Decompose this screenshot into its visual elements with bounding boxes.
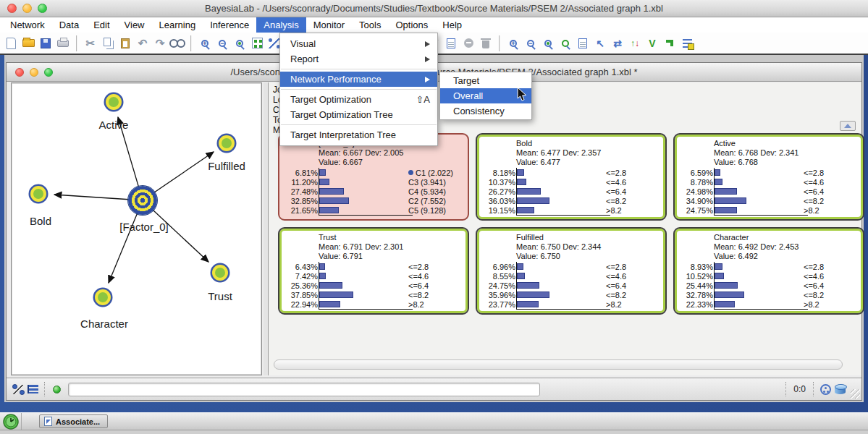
state-row[interactable]: 32.78%<=8.2 [679, 290, 857, 299]
state-row[interactable]: 8.18%<=2.8 [481, 168, 660, 177]
probability-bar[interactable] [319, 188, 344, 195]
probability-bar[interactable] [319, 301, 340, 307]
minimize-window-button[interactable] [22, 4, 32, 13]
probability-bar[interactable] [517, 301, 539, 307]
state-row[interactable]: 23.77%>8.2 [481, 299, 660, 309]
menu-inference[interactable]: Inference [203, 17, 256, 33]
menu-item-visual[interactable]: Visual [280, 36, 437, 51]
taskbar-window-button[interactable]: Associate... [39, 414, 108, 428]
monitor-panel-fulfilled[interactable]: FulfilledMean: 6.750 Dev: 2.344Value: 6.… [476, 227, 667, 315]
menu-view[interactable]: View [117, 17, 152, 33]
validate-icon[interactable]: V [644, 35, 660, 51]
copy-icon[interactable] [100, 35, 116, 51]
menu-item-report[interactable]: Report [280, 51, 437, 67]
menu-help[interactable]: Help [435, 17, 469, 33]
zoom-reset-icon[interactable] [540, 35, 556, 51]
monitor-horizontal-scrollbar[interactable] [274, 359, 843, 370]
submenu-item-target[interactable]: Target [440, 73, 531, 88]
state-row[interactable]: 8.93%<=2.8 [679, 262, 857, 271]
status-message-field[interactable] [68, 383, 540, 396]
probability-bar[interactable] [715, 188, 737, 195]
probability-bar[interactable] [715, 263, 722, 270]
monitor-panel-trust[interactable]: TrustMean: 6.791 Dev: 2.301Value: 6.7916… [278, 227, 469, 315]
probability-bar[interactable] [517, 273, 525, 279]
delete-node-icon[interactable] [460, 35, 476, 51]
state-row[interactable]: 24.98%<=6.4 [679, 187, 857, 196]
add-states-icon[interactable] [679, 35, 695, 51]
probability-bar[interactable] [319, 179, 329, 185]
turn-arc-icon[interactable] [662, 35, 678, 51]
node-bold[interactable] [30, 186, 46, 202]
close-document-button[interactable] [15, 68, 24, 77]
menu-item-network-performance[interactable]: Network Performance [280, 72, 437, 87]
probability-bar[interactable] [715, 179, 722, 185]
probability-bar[interactable] [517, 179, 526, 185]
menu-item-target-optimization[interactable]: Target Optimization ⇧A [280, 92, 437, 107]
note-tool-icon[interactable] [443, 35, 459, 51]
menu-item-target-interpretation-tree[interactable]: Target Interpretation Tree [280, 127, 437, 142]
zoom-document-button[interactable] [44, 68, 53, 77]
probability-bar[interactable] [517, 188, 541, 195]
arc-validation-icon[interactable]: ↑↓ [627, 35, 643, 51]
state-row[interactable]: 19.15%>8.2 [481, 205, 660, 215]
node-active[interactable] [106, 94, 122, 110]
paste-icon[interactable] [117, 35, 133, 51]
cluster-icon[interactable] [818, 382, 833, 396]
arc-creation-icon[interactable] [11, 382, 25, 396]
menu-data[interactable]: Data [52, 17, 86, 33]
close-window-button[interactable] [7, 4, 17, 13]
probability-bar[interactable] [517, 292, 549, 298]
monitor-list-icon[interactable] [25, 382, 40, 396]
back-arrow-icon[interactable]: ↖ [592, 35, 608, 51]
state-row[interactable]: 6.59%<=2.8 [679, 168, 857, 177]
zoom-in-icon[interactable]: + [505, 35, 521, 51]
network-graph-panel[interactable]: Active Fulfilled Bold [Factor_0] Trust C… [11, 82, 262, 375]
submenu-item-consistency[interactable]: Consistency [440, 103, 531, 119]
open-folder-icon[interactable] [20, 35, 36, 51]
probability-bar[interactable] [319, 292, 353, 298]
menu-analysis[interactable]: Analysis [256, 17, 306, 33]
zoom-in-icon[interactable]: + [197, 35, 213, 51]
probability-bar[interactable] [715, 301, 735, 307]
menu-item-target-optimization-tree[interactable]: Target Optimization Tree [280, 107, 437, 122]
state-row[interactable]: 35.96%<=8.2 [481, 290, 660, 299]
probability-bar[interactable] [319, 197, 349, 204]
redo-icon[interactable]: ↷ [152, 35, 168, 51]
node-fulfilled[interactable] [219, 135, 235, 151]
state-row[interactable]: 10.37%<=4.6 [481, 177, 660, 187]
monitor-panel-factor_0[interactable]: [Factor_0]Mean: 6.667 Dev: 2.005Value: 6… [278, 133, 469, 221]
state-row[interactable]: 32.85%C2 (7.552) [284, 196, 462, 205]
probability-bar[interactable] [319, 169, 326, 176]
state-row[interactable]: 24.75%<=6.4 [481, 281, 660, 290]
probability-bar[interactable] [715, 273, 724, 279]
save-icon[interactable] [38, 35, 54, 51]
menu-network[interactable]: Network [3, 17, 52, 33]
menu-options[interactable]: Options [388, 17, 435, 33]
probability-bar[interactable] [319, 273, 326, 279]
print-icon[interactable] [55, 35, 71, 51]
zoom-window-button[interactable] [38, 4, 47, 13]
probability-bar[interactable] [319, 207, 339, 213]
state-row[interactable]: 22.94%>8.2 [284, 299, 462, 309]
menu-tools[interactable]: Tools [352, 17, 388, 33]
menu-edit[interactable]: Edit [86, 17, 117, 33]
fit-view-icon[interactable] [249, 35, 265, 51]
state-row[interactable]: 8.78%<=4.6 [679, 177, 857, 187]
probability-bar[interactable] [715, 292, 744, 298]
database-icon[interactable] [833, 382, 847, 396]
state-row[interactable]: 26.27%<=6.4 [481, 187, 660, 196]
node-trust[interactable] [212, 265, 228, 281]
monitor-panel-bold[interactable]: BoldMean: 6.477 Dev: 2.357Value: 6.4778.… [476, 133, 667, 221]
menu-learning[interactable]: Learning [152, 17, 203, 33]
monitor-panel-character[interactable]: CharacterMean: 6.492 Dev: 2.453Value: 6.… [673, 227, 864, 315]
undo-icon[interactable]: ↶ [135, 35, 151, 51]
zoom-out-icon[interactable]: − [214, 35, 230, 51]
monitor-panel-active[interactable]: ActiveMean: 6.768 Dev: 2.341Value: 6.768… [673, 133, 864, 221]
state-row[interactable]: 6.81%C1 (2.022) [284, 168, 462, 177]
probability-bar[interactable] [319, 282, 342, 289]
state-row[interactable]: 25.44%<=6.4 [679, 281, 857, 290]
menu-monitor[interactable]: Monitor [306, 17, 352, 33]
state-row[interactable]: 10.52%<=4.6 [679, 271, 857, 281]
state-row[interactable]: 27.48%C4 (5.934) [284, 187, 462, 196]
state-row[interactable]: 11.20%C3 (3.941) [284, 177, 462, 187]
